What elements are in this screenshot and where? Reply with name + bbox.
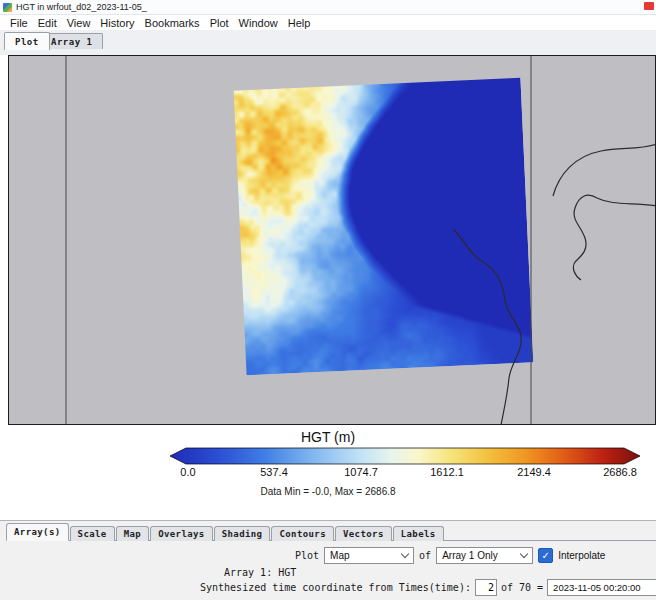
panel-tab-contours[interactable]: Contours [271, 526, 334, 541]
control-tabs: Array(s) Scale Map Overlays Shading Cont… [6, 523, 656, 541]
colorbar-ramp [170, 448, 640, 464]
colorbar-tick-5: 2686.8 [603, 466, 637, 478]
chevron-down-icon [401, 550, 409, 558]
coastline-peninsula [573, 195, 655, 280]
interpolate-label: Interpolate [558, 550, 605, 561]
menubar: File Edit View History Bookmarks Plot Wi… [0, 15, 656, 30]
window-title: HGT in wrfout_d02_2023-11-05_ [16, 2, 147, 12]
tab-plot[interactable]: Plot [4, 32, 50, 50]
menu-plot[interactable]: Plot [205, 17, 234, 29]
coastline-north [553, 144, 655, 196]
plot-settings-row: Plot Map of Array 1 Only ✓ Interpolate [295, 547, 605, 564]
array-info-row: Array 1: HGT [224, 567, 296, 578]
panel-tab-arrays[interactable]: Array(s) [6, 523, 69, 541]
map-overlay [9, 56, 655, 424]
interpolate-checkbox[interactable]: ✓ [538, 548, 553, 563]
time-select[interactable]: 2023-11-05 00:20:00 [547, 579, 656, 596]
map-plot-panel [8, 55, 656, 425]
colorbar-tick-2: 1074.7 [344, 466, 378, 478]
menu-view[interactable]: View [62, 17, 96, 29]
time-coordinate-row: Synthesized time coordinate from Times(t… [200, 579, 656, 596]
panel-tab-overlays[interactable]: Overlays [150, 526, 213, 541]
menu-bookmarks[interactable]: Bookmarks [140, 17, 205, 29]
chevron-down-icon [520, 550, 528, 558]
colorbar-zone: HGT (m) 0.0 537.4 1074.7 1612.1 2149.4 2… [0, 425, 656, 520]
plot-type-label: Plot [295, 550, 319, 561]
time-index-input[interactable] [475, 579, 497, 596]
data-min-max-note: Data Min = -0.0, Max = 2686.8 [0, 486, 656, 497]
window-titlebar: HGT in wrfout_d02_2023-11-05_ [0, 0, 656, 15]
menu-edit[interactable]: Edit [33, 17, 62, 29]
app-window: HGT in wrfout_d02_2023-11-05_ File Edit … [0, 0, 656, 600]
of-label: of [419, 550, 431, 561]
close-button[interactable] [644, 2, 654, 10]
panel-tab-scale[interactable]: Scale [70, 526, 115, 541]
menu-history[interactable]: History [95, 17, 139, 29]
colorbar-tick-4: 2149.4 [517, 466, 551, 478]
panel-tab-labels[interactable]: Labels [393, 526, 444, 541]
check-icon: ✓ [541, 551, 549, 561]
menu-file[interactable]: File [5, 17, 33, 29]
colorbar-tick-3: 1612.1 [430, 466, 464, 478]
document-tabstrip: Plot Array 1 [0, 30, 656, 55]
plot-type-select[interactable]: Map [324, 547, 414, 564]
array-scope-select[interactable]: Array 1 Only [436, 547, 533, 564]
array-scope-value: Array 1 Only [442, 550, 498, 561]
time-total-label: of 70 = [501, 582, 543, 593]
colorbar-tick-0: 0.0 [180, 466, 195, 478]
panel-tab-map[interactable]: Map [116, 526, 149, 541]
colorbar-ticks: 0.0 537.4 1074.7 1612.1 2149.4 2686.8 [0, 466, 656, 479]
menu-window[interactable]: Window [234, 17, 283, 29]
time-label: Synthesized time coordinate from Times(t… [200, 582, 471, 593]
panel-tab-vectors[interactable]: Vectors [335, 526, 392, 541]
coastline-west [453, 229, 521, 424]
control-panel: Array(s) Scale Map Overlays Shading Cont… [0, 520, 656, 600]
array-info: Array 1: HGT [224, 567, 296, 578]
menu-help[interactable]: Help [283, 17, 316, 29]
colorbar-title: HGT (m) [0, 429, 656, 445]
panel-tab-shading[interactable]: Shading [214, 526, 271, 541]
colorbar [170, 447, 640, 465]
time-value: 2023-11-05 00:20:00 [553, 582, 641, 593]
app-icon [3, 3, 12, 12]
plot-type-value: Map [330, 550, 349, 561]
colorbar-tick-1: 537.4 [260, 466, 288, 478]
